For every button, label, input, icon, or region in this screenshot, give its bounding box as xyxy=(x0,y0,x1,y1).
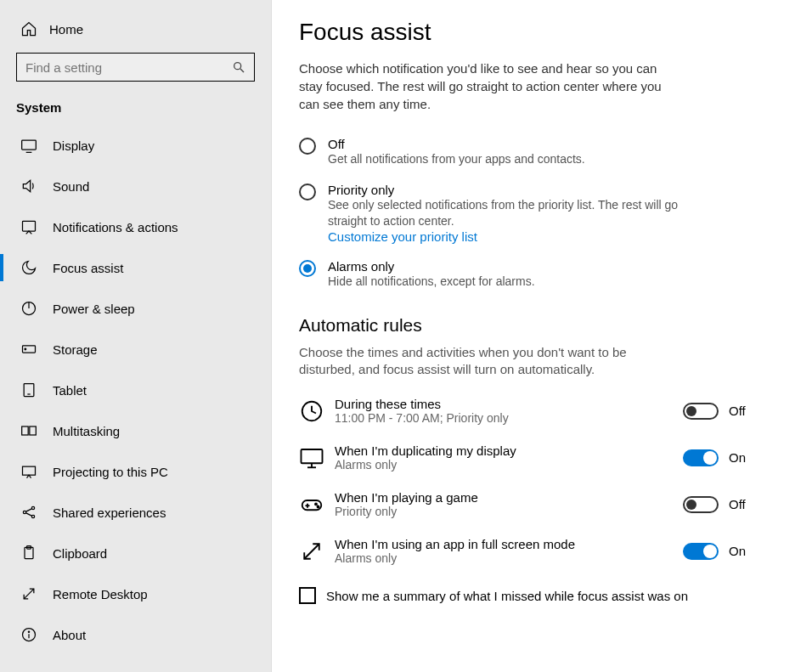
sidebar-item-tablet[interactable]: Tablet xyxy=(0,370,271,410)
rule-toggle[interactable] xyxy=(683,403,719,420)
remote-desktop-icon xyxy=(20,585,37,602)
storage-icon xyxy=(20,341,37,358)
radio-off[interactable]: Off Get all notifications from your apps… xyxy=(299,137,698,167)
sidebar-item-display[interactable]: Display xyxy=(0,125,271,166)
customize-priority-link[interactable]: Customize your priority list xyxy=(328,229,698,244)
radio-label: Off xyxy=(328,137,585,151)
automatic-rules-title: Automatic rules xyxy=(299,315,785,336)
svg-point-0 xyxy=(234,63,241,70)
rule-subtitle: Alarms only xyxy=(335,551,683,565)
nav-home[interactable]: Home xyxy=(0,12,271,49)
search-box[interactable] xyxy=(16,53,255,82)
sidebar-item-notifications[interactable]: Notifications & actions xyxy=(0,206,271,247)
sidebar-item-sound[interactable]: Sound xyxy=(0,166,271,206)
sidebar-item-label: Clipboard xyxy=(53,546,107,561)
sidebar-item-focus-assist[interactable]: Focus assist xyxy=(0,247,271,288)
sidebar-item-label: Sound xyxy=(53,179,89,194)
rule-toggle-label: On xyxy=(729,544,746,558)
info-icon xyxy=(20,626,37,643)
search-input[interactable] xyxy=(25,60,232,75)
sidebar-item-about[interactable]: About xyxy=(0,614,271,655)
svg-rect-13 xyxy=(23,466,36,475)
rule-playing-game[interactable]: When I'm playing a game Priority only Of… xyxy=(299,490,785,518)
rule-toggle-label: Off xyxy=(729,404,746,418)
sidebar-item-clipboard[interactable]: Clipboard xyxy=(0,533,271,573)
radio-desc: Get all notifications from your apps and… xyxy=(328,151,585,167)
radio-icon xyxy=(299,260,316,277)
summary-checkbox-row[interactable]: Show me a summary of what I missed while… xyxy=(299,587,785,604)
clock-icon xyxy=(299,398,324,424)
page-title: Focus assist xyxy=(299,19,785,46)
radio-priority-only[interactable]: Priority only See only selected notifica… xyxy=(299,183,698,244)
monitor-icon xyxy=(299,445,324,471)
radio-icon xyxy=(299,138,316,155)
sidebar-item-label: Power & sleep xyxy=(53,302,135,316)
rule-subtitle: Priority only xyxy=(335,505,683,518)
rule-toggle-label: Off xyxy=(729,497,746,511)
rule-toggle-label: On xyxy=(729,450,746,465)
rule-title: When I'm using an app in full screen mod… xyxy=(335,537,683,551)
focus-mode-radio-group: Off Get all notifications from your apps… xyxy=(299,137,698,290)
svg-point-33 xyxy=(318,505,319,507)
projecting-icon xyxy=(20,463,37,480)
sidebar-item-label: Remote Desktop xyxy=(53,587,148,601)
svg-rect-12 xyxy=(30,426,37,435)
shared-icon xyxy=(20,504,37,521)
summary-checkbox-label: Show me a summary of what I missed while… xyxy=(326,589,688,603)
rule-duplicating-display[interactable]: When I'm duplicating my display Alarms o… xyxy=(299,443,785,472)
svg-rect-2 xyxy=(22,140,37,150)
sidebar-item-label: Display xyxy=(53,138,94,153)
sidebar-item-shared-experiences[interactable]: Shared experiences xyxy=(0,492,271,533)
radio-icon xyxy=(299,184,316,200)
radio-label: Alarms only xyxy=(328,259,535,274)
svg-point-24 xyxy=(28,631,29,632)
notifications-icon xyxy=(20,218,37,235)
display-icon xyxy=(20,137,37,154)
automatic-rules-intro: Choose the times and activities when you… xyxy=(299,344,664,379)
fullscreen-icon xyxy=(299,539,324,564)
rules-list: During these times 11:00 PM - 7:00 AM; P… xyxy=(299,397,785,565)
rule-toggle[interactable] xyxy=(683,543,719,560)
nav-home-label: Home xyxy=(49,22,83,37)
radio-desc: Hide all notifications, except for alarm… xyxy=(328,274,535,290)
sidebar-item-projecting[interactable]: Projecting to this PC xyxy=(0,451,271,492)
rule-title: During these times xyxy=(335,397,683,411)
svg-line-18 xyxy=(26,513,32,516)
power-icon xyxy=(20,300,37,317)
sidebar-item-label: Notifications & actions xyxy=(53,220,178,234)
clipboard-icon xyxy=(20,545,37,562)
sidebar-item-remote-desktop[interactable]: Remote Desktop xyxy=(0,573,271,614)
svg-point-32 xyxy=(315,503,317,505)
tablet-icon xyxy=(20,381,37,398)
multitasking-icon xyxy=(20,422,37,439)
rule-subtitle: Alarms only xyxy=(335,458,683,472)
main-content: Focus assist Choose which notification y… xyxy=(272,0,812,672)
sidebar-item-label: About xyxy=(53,628,86,642)
svg-line-1 xyxy=(240,69,244,72)
sidebar-item-multitasking[interactable]: Multitasking xyxy=(0,410,271,451)
svg-rect-4 xyxy=(23,221,36,231)
svg-point-8 xyxy=(25,348,26,350)
svg-point-14 xyxy=(23,511,25,513)
rule-title: When I'm playing a game xyxy=(335,490,683,505)
svg-line-21 xyxy=(24,589,34,599)
sidebar-nav-list: Display Sound Notifications & actions Fo… xyxy=(0,125,271,655)
rule-toggle[interactable] xyxy=(683,449,719,466)
page-intro: Choose which notification you'd like to … xyxy=(299,59,673,113)
svg-line-17 xyxy=(26,509,32,511)
svg-line-34 xyxy=(304,544,319,559)
sidebar-item-power-sleep[interactable]: Power & sleep xyxy=(0,288,271,329)
rule-toggle[interactable] xyxy=(683,496,719,513)
rule-title: When I'm duplicating my display xyxy=(335,443,683,458)
radio-alarms-only[interactable]: Alarms only Hide all notifications, exce… xyxy=(299,259,698,290)
sidebar-section-header: System xyxy=(0,95,271,125)
svg-rect-11 xyxy=(22,426,29,435)
rule-fullscreen-app[interactable]: When I'm using an app in full screen mod… xyxy=(299,537,785,565)
sidebar-item-label: Multitasking xyxy=(53,424,120,438)
rule-during-these-times[interactable]: During these times 11:00 PM - 7:00 AM; P… xyxy=(299,397,785,425)
sidebar-item-storage[interactable]: Storage xyxy=(0,329,271,370)
sound-icon xyxy=(20,178,37,195)
sidebar-item-label: Storage xyxy=(53,342,98,357)
sidebar: Home System Display Sound Notifications … xyxy=(0,0,272,672)
radio-label: Priority only xyxy=(328,183,698,197)
